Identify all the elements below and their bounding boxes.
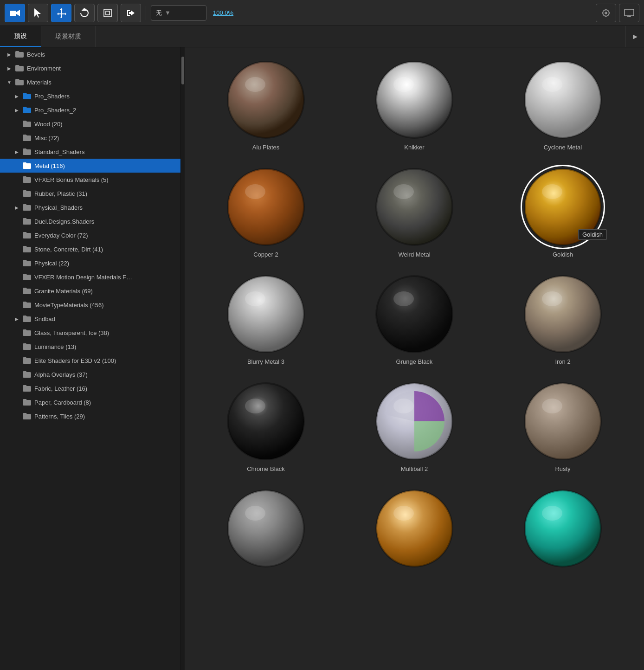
tab-bar: 预设 场景材质 ▶ (0, 26, 644, 47)
camera-tool-button[interactable] (5, 4, 25, 22)
sphere-wrap-iron-2 (523, 275, 602, 354)
rotate-tool-button[interactable] (74, 4, 95, 22)
material-item-rusty[interactable]: Rusty (491, 378, 635, 476)
sidebar-item-rubber_plastic[interactable]: Rubber, Plastic (31) (0, 187, 180, 200)
material-item-chrome-black[interactable]: Chrome Black (194, 378, 338, 476)
material-item-alu-plates[interactable]: Alu Plates (194, 57, 338, 155)
material-item-copper-2[interactable]: Copper 2 (194, 164, 338, 262)
material-item-grunge-black[interactable]: Grunge Black (342, 271, 486, 369)
sidebar-item-luminance[interactable]: Luminance (13) (0, 340, 180, 354)
svg-point-80 (245, 506, 265, 521)
move-tool-button[interactable] (51, 4, 71, 22)
sidebar-item-vfxer_bonus[interactable]: VFXER Bonus Materials (5) (0, 173, 180, 187)
sidebar-item-fabric_leather[interactable]: Fabric, Leather (16) (0, 381, 180, 395)
select-tool-button[interactable] (28, 4, 48, 22)
stone_concrete-folder-icon (22, 245, 32, 253)
material-name-copper-2: Copper 2 (253, 251, 278, 258)
materials-folder-icon (15, 78, 24, 86)
sidebar-item-bevels[interactable]: ▶Bevels (0, 47, 180, 61)
glass_transparent-arrow-icon (13, 329, 20, 336)
sphere-wrap-blurry-metal-3 (226, 275, 305, 354)
environment-folder-icon (15, 64, 24, 72)
physical-folder-icon (22, 259, 32, 267)
sidebar-item-elite_shaders[interactable]: Elite Shaders for E3D v2 (100) (0, 354, 180, 367)
svg-point-8 (605, 12, 607, 14)
sidebar-scrollbar-thumb[interactable] (181, 57, 184, 84)
toolbar-separator-1 (146, 6, 146, 20)
tab-presets[interactable]: 预设 (0, 26, 41, 47)
vfxer_motion-arrow-icon (13, 273, 20, 281)
material-name-blurry-metal-3: Blurry Metal 3 (247, 358, 284, 365)
sidebar-item-materials[interactable]: ▼Materials (0, 75, 180, 89)
misc-folder-icon (22, 134, 32, 142)
sidebar-item-patterns_tiles[interactable]: Patterns, Tiles (29) (0, 409, 180, 423)
fabric_leather-arrow-icon (13, 385, 20, 392)
sidebar-item-standard_shaders[interactable]: ▶Standard_Shaders (0, 145, 180, 159)
movietype-arrow-icon (13, 301, 20, 309)
transform-tool-button[interactable] (121, 4, 141, 22)
sidebar-item-everyday_color[interactable]: Everyday Color (72) (0, 228, 180, 242)
sidebar-item-wood[interactable]: Wood (20) (0, 117, 180, 131)
svg-point-70 (393, 399, 414, 413)
material-item-blurry-metal-3[interactable]: Blurry Metal 3 (194, 271, 338, 369)
bevels-label: Bevels (27, 51, 45, 58)
target-tool-button[interactable] (596, 4, 616, 22)
patterns_tiles-label: Patterns, Tiles (29) (34, 413, 85, 420)
duel_designs-label: Duel.Designs.Shaders (34, 218, 94, 225)
sidebar-item-misc[interactable]: Misc (72) (0, 131, 180, 145)
bevels-arrow-icon: ▶ (6, 51, 13, 58)
material-item-partial-3[interactable] (491, 485, 635, 576)
sidebar-item-sndbad[interactable]: ▶Sndbad (0, 312, 180, 326)
misc-arrow-icon (13, 134, 20, 142)
tooltip-goldish: Goldish (578, 229, 607, 240)
material-item-multiball-2[interactable]: Multiball 2 (342, 378, 486, 476)
tab-presets-label: 预设 (14, 32, 27, 40)
sidebar-item-pro_shaders_2[interactable]: ▶Pro_Shaders_2 (0, 103, 180, 117)
sphere-wrap-alu-plates (226, 60, 305, 139)
material-item-weird-metal[interactable]: Weird Metal (342, 164, 486, 262)
sidebar-item-physical[interactable]: Physical (22) (0, 256, 180, 270)
material-item-knikker[interactable]: Knikker (342, 57, 486, 155)
environment-arrow-icon: ▶ (6, 64, 13, 72)
material-item-goldish[interactable]: GoldishGoldish (491, 164, 635, 262)
monitor-tool-button[interactable] (619, 4, 639, 22)
svg-point-75 (542, 399, 562, 413)
elite_shaders-folder-icon (22, 357, 32, 364)
glass_transparent-label: Glass, Transparent, Ice (38) (34, 329, 109, 336)
scale-tool-button[interactable] (97, 4, 118, 22)
sidebar-item-vfxer_motion[interactable]: VFXER Motion Design Materials F… (0, 270, 180, 284)
sidebar-item-granite[interactable]: Granite Materials (69) (0, 284, 180, 298)
main-layout: ▶Bevels▶Environment▼Materials▶Pro_Shader… (0, 47, 644, 670)
tab-scene-materials[interactable]: 场景材质 (41, 26, 96, 47)
scene-dropdown[interactable]: 无 ▼ (151, 5, 206, 21)
sidebar-item-movietype[interactable]: MovieTypeMaterials (456) (0, 298, 180, 312)
sidebar-scrollbar[interactable] (181, 47, 185, 670)
physical_shaders-label: Physical_Shaders (34, 204, 83, 211)
svg-marker-4 (83, 8, 86, 10)
sidebar-item-metal[interactable]: Metal (116) (0, 159, 180, 173)
material-item-iron-2[interactable]: Iron 2 (491, 271, 635, 369)
wood-folder-icon (22, 120, 32, 128)
material-item-partial-2[interactable] (342, 485, 486, 576)
vfxer_bonus-folder-icon (22, 176, 32, 183)
sidebar-item-physical_shaders[interactable]: ▶Physical_Shaders (0, 200, 180, 214)
zoom-level[interactable]: 100.0% (213, 9, 233, 16)
sidebar-item-pro_shaders[interactable]: ▶Pro_Shaders (0, 89, 180, 103)
material-item-partial-1[interactable] (194, 485, 338, 576)
rubber_plastic-arrow-icon (13, 190, 20, 197)
material-item-cyclone-metal[interactable]: Cyclone Metal (491, 57, 635, 155)
sidebar-item-duel_designs[interactable]: Duel.Designs.Shaders (0, 214, 180, 228)
tab-expand-button[interactable]: ▶ (625, 26, 644, 47)
sidebar-item-glass_transparent[interactable]: Glass, Transparent, Ice (38) (0, 326, 180, 340)
sidebar-item-paper_cardboard[interactable]: Paper, Cardboard (8) (0, 395, 180, 409)
sidebar-item-stone_concrete[interactable]: Stone, Concrete, Dirt (41) (0, 242, 180, 256)
sidebar-item-environment[interactable]: ▶Environment (0, 61, 180, 75)
materials-label: Materials (27, 79, 52, 86)
pro_shaders_2-arrow-icon: ▶ (13, 106, 20, 114)
svg-rect-13 (625, 9, 634, 16)
sidebar-item-alpha_overlays[interactable]: Alpha Overlays (37) (0, 367, 180, 381)
pro_shaders_2-label: Pro_Shaders_2 (34, 107, 76, 114)
metal-label: Metal (116) (34, 162, 65, 169)
standard_shaders-folder-icon (22, 148, 32, 155)
svg-rect-5 (104, 9, 111, 17)
